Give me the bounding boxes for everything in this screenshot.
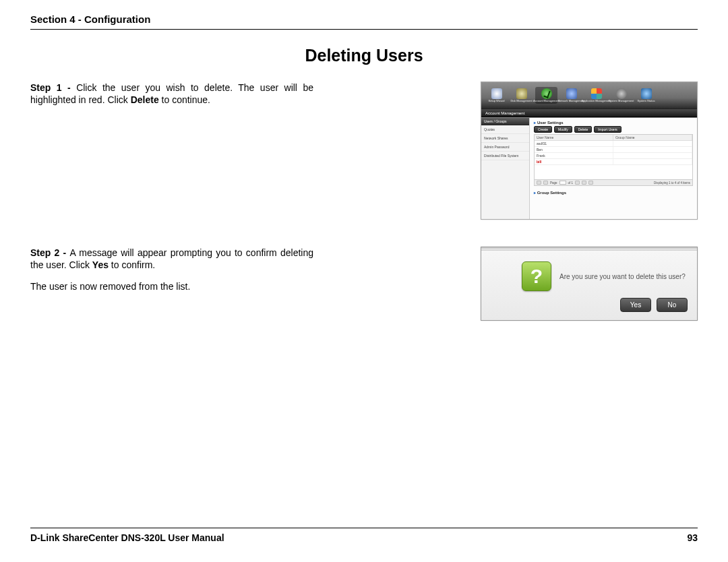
gear-icon bbox=[616, 88, 627, 99]
users-grid: User Name Group Name asdf31 Ben Frank bbox=[534, 134, 693, 180]
apps-icon bbox=[591, 88, 602, 99]
footer-manual-title: D-Link ShareCenter DNS-320L User Manual bbox=[30, 532, 224, 543]
pager-refresh-icon[interactable] bbox=[588, 181, 593, 185]
step1-label: Step 1 - bbox=[30, 82, 76, 93]
app-toolbar: Setup Wizard Disk Management Account Man… bbox=[481, 82, 697, 109]
modify-button[interactable]: Modify bbox=[554, 126, 572, 133]
sidebar: Users / Groups Quotas Network Shares Adm… bbox=[481, 118, 530, 219]
group-settings-header: ▸ Group Settings bbox=[534, 190, 693, 195]
toolbar-disk-management[interactable]: Disk Management bbox=[510, 88, 533, 102]
pager-info: Displaying 1 to 4 of 4 items bbox=[654, 181, 690, 185]
pager-page-input[interactable] bbox=[559, 181, 566, 185]
sidebar-tab-users-groups[interactable]: Users / Groups bbox=[481, 118, 529, 125]
pager-page-label: Page bbox=[550, 181, 557, 185]
pager-prev-icon[interactable] bbox=[543, 181, 548, 185]
sidebar-item-dfs[interactable]: Distributed File System bbox=[481, 152, 529, 160]
delete-button[interactable]: Delete bbox=[574, 126, 592, 133]
screenshot-account-management: Setup Wizard Disk Management Account Man… bbox=[481, 82, 698, 220]
dialog-text: Are you sure you want to delete this use… bbox=[559, 273, 686, 280]
pager-of: of 1 bbox=[568, 181, 574, 185]
page-title: Deleting Users bbox=[30, 46, 698, 65]
table-row[interactable]: Frank bbox=[535, 153, 692, 159]
sidebar-item-admin-password[interactable]: Admin Password bbox=[481, 143, 529, 152]
sidebar-item-quotas[interactable]: Quotas bbox=[481, 125, 529, 134]
pager: Page of 1 Displaying 1 to 4 of 4 items bbox=[534, 180, 693, 186]
toolbar-network-management[interactable]: Network Management bbox=[560, 88, 582, 102]
account-icon bbox=[541, 88, 552, 99]
create-button[interactable]: Create bbox=[534, 126, 552, 133]
table-row[interactable]: Ben bbox=[535, 147, 692, 153]
col-user-name[interactable]: User Name bbox=[535, 135, 613, 140]
toolbar-system-management[interactable]: System Management bbox=[610, 88, 632, 102]
col-group-name[interactable]: Group Name bbox=[613, 135, 692, 140]
section-header: Section 4 - Configuration bbox=[30, 13, 698, 30]
step2-text: Step 2 - A message will appear prompting… bbox=[30, 247, 313, 271]
question-icon: ? bbox=[522, 261, 551, 291]
network-icon bbox=[566, 88, 577, 99]
pager-first-icon[interactable] bbox=[537, 181, 541, 185]
toolbar-application-management[interactable]: Application Management bbox=[585, 88, 607, 102]
disk-icon bbox=[516, 88, 527, 99]
screenshot-confirm-dialog: ? Are you sure you want to delete this u… bbox=[481, 247, 698, 321]
no-button[interactable]: No bbox=[657, 298, 688, 312]
toolbar-setup-wizard[interactable]: Setup Wizard bbox=[485, 88, 508, 102]
table-row[interactable]: asdf31 bbox=[535, 141, 692, 147]
footer-page-number: 93 bbox=[687, 532, 698, 543]
sidebar-item-network-shares[interactable]: Network Shares bbox=[481, 134, 529, 143]
wizard-icon bbox=[491, 88, 502, 99]
table-row-selected[interactable]: bill bbox=[535, 159, 692, 165]
pager-next-icon[interactable] bbox=[575, 181, 580, 185]
yes-button[interactable]: Yes bbox=[620, 298, 651, 312]
toolbar-system-status[interactable]: System Status bbox=[635, 88, 657, 102]
toolbar-account-management[interactable]: Account Management bbox=[535, 87, 557, 104]
step2-after: The user is now removed from the list. bbox=[30, 280, 313, 292]
status-icon bbox=[641, 88, 652, 99]
user-settings-header: ▸User Settings bbox=[534, 120, 693, 125]
panel-title: Account Management bbox=[481, 109, 697, 117]
step2-label: Step 2 - bbox=[30, 247, 69, 258]
pager-last-icon[interactable] bbox=[582, 181, 586, 185]
import-users-button[interactable]: Import Users bbox=[594, 126, 621, 133]
step1-text: Step 1 - Click the user you wish to dele… bbox=[30, 82, 313, 106]
